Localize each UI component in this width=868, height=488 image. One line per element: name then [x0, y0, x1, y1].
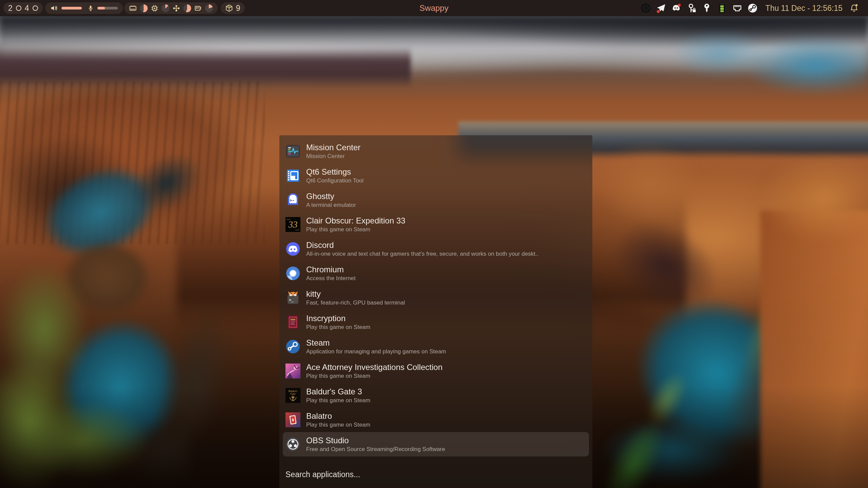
system-monitor-pill[interactable] — [124, 2, 218, 14]
usage-pie — [162, 4, 169, 12]
launcher-item-qt6-settings[interactable]: Qt6 Settings Qt6 Configuration Tool — [279, 163, 592, 188]
svg-text:>_: >_ — [289, 298, 294, 302]
app-name: Balatro — [306, 412, 370, 421]
app-description: A terminal emulator — [306, 202, 356, 209]
launcher-item-ghostty[interactable]: >- Ghostty A terminal emulator — [279, 188, 592, 212]
svg-text:>-: >- — [290, 198, 294, 203]
usage-pie — [140, 4, 148, 12]
updates-count: 9 — [236, 4, 240, 13]
launcher-item-ace-attorney-investigations-collection[interactable]: Ace Attorney Investigations Collection P… — [279, 359, 592, 383]
clair-obscur-icon: 33 — [285, 217, 300, 232]
memory-icon — [129, 4, 137, 12]
top-bar: 24 9 Swappy Thu 11 Dec - 12:56:15 — [0, 0, 868, 16]
speaker-icon — [50, 4, 58, 12]
microphone-icon — [88, 4, 94, 12]
chromium-icon — [285, 266, 300, 281]
app-description: Access the Internet — [306, 275, 356, 282]
qt6-settings-icon — [285, 168, 300, 183]
app-description: Play this game on Steam — [306, 422, 370, 428]
app-name: Mission Center — [306, 143, 361, 152]
launcher-item-chromium[interactable]: Chromium Access the Internet — [279, 261, 592, 286]
ghostty-icon: >- — [285, 193, 300, 208]
focused-window-title: Swappy — [420, 0, 448, 16]
launcher-item-inscryption[interactable]: Inscryption Play this game on Steam — [279, 310, 592, 334]
system-tray: Thu 11 Dec - 12:56:15 — [641, 0, 859, 16]
app-name: Baldur's Gate 3 — [306, 387, 370, 396]
cpu-icon — [151, 4, 159, 12]
application-launcher: Mission Center Mission Center Qt6 Settin… — [279, 135, 592, 488]
telegram-icon[interactable] — [656, 3, 666, 13]
svg-text:Gate: Gate — [290, 392, 296, 395]
app-name: Inscryption — [306, 314, 370, 323]
app-description: Qt6 Configuration Tool — [306, 177, 364, 184]
svg-text:33: 33 — [288, 219, 298, 230]
workspace-number[interactable]: 4 — [25, 2, 29, 14]
steam-app-icon — [285, 339, 300, 354]
launcher-item-discord[interactable]: Discord All-in-one voice and text chat f… — [279, 237, 592, 261]
mission-center-icon — [285, 144, 300, 159]
workspace-number[interactable]: 2 — [8, 2, 13, 14]
steelseries-icon[interactable] — [641, 3, 651, 13]
launcher-item-kitty[interactable]: >_ kitty Fast, feature-rich, GPU based t… — [279, 286, 592, 310]
baldurs-gate-3-icon: Baldur'sGate — [285, 388, 300, 403]
ace-attorney-icon — [285, 364, 300, 378]
keepassxc-icon[interactable] — [686, 3, 697, 13]
app-description: Play this game on Steam — [306, 397, 370, 404]
search-input[interactable]: Search applications... — [285, 470, 360, 479]
app-description: All-in-one voice and text chat for gamer… — [306, 251, 539, 257]
app-description: Free and Open Source Streaming/Recording… — [306, 446, 445, 453]
app-name: Steam — [306, 338, 446, 347]
discord-app-icon — [285, 241, 300, 256]
balatro-icon — [285, 412, 300, 427]
wallpaper-layer — [740, 142, 868, 254]
clock[interactable]: Thu 11 Dec - 12:56:15 — [765, 4, 843, 13]
steam-tray-icon[interactable] — [747, 3, 758, 13]
key-icon[interactable] — [702, 3, 712, 13]
application-list: Mission Center Mission Center Qt6 Settin… — [279, 139, 592, 456]
app-name: Ace Attorney Investigations Collection — [306, 363, 443, 372]
launcher-item-clair-obscur-expedition-33[interactable]: 33 Clair Obscur: Expedition 33 Play this… — [279, 212, 592, 237]
workspace-empty-icon[interactable] — [33, 5, 38, 11]
app-description: Application for managing and playing gam… — [306, 348, 446, 355]
launcher-item-steam[interactable]: Steam Application for managing and playi… — [279, 334, 592, 359]
gpu-icon — [172, 4, 180, 12]
obs-icon — [285, 437, 300, 452]
app-description: Play this game on Steam — [306, 373, 443, 379]
updates-pill[interactable]: 9 — [221, 2, 245, 14]
bell-icon[interactable] — [849, 3, 859, 13]
launcher-item-mission-center[interactable]: Mission Center Mission Center — [279, 139, 592, 163]
usage-pie — [205, 4, 213, 12]
usage-pie — [183, 4, 191, 12]
app-description: Mission Center — [306, 153, 361, 160]
kitty-icon: >_ — [285, 290, 300, 305]
app-name: Ghostty — [306, 192, 356, 201]
launcher-item-balatro[interactable]: Balatro Play this game on Steam — [279, 408, 592, 432]
workspace-empty-icon[interactable] — [16, 5, 21, 11]
battery-icon[interactable] — [717, 3, 727, 13]
app-name: Qt6 Settings — [306, 168, 364, 176]
inscryption-icon — [285, 315, 300, 330]
app-name: Clair Obscur: Expedition 33 — [306, 216, 405, 225]
discord-tray-icon[interactable] — [671, 3, 681, 13]
app-name: OBS Studio — [306, 436, 445, 445]
audio-pill — [45, 2, 123, 14]
wallpaper-layer — [630, 31, 868, 109]
card-icon — [194, 4, 202, 12]
launcher-item-baldur-s-gate-3[interactable]: Baldur'sGate Baldur's Gate 3 Play this g… — [279, 383, 592, 408]
package-icon — [225, 4, 233, 12]
app-description: Play this game on Steam — [306, 324, 370, 331]
app-name: Chromium — [306, 265, 356, 274]
app-description: Play this game on Steam — [306, 226, 405, 233]
ethernet-icon[interactable] — [732, 3, 742, 13]
volume-slider[interactable] — [61, 7, 82, 9]
app-description: Fast, feature-rich, GPU based terminal — [306, 299, 405, 306]
workspace-indicator[interactable]: 24 — [3, 2, 43, 14]
app-name: kitty — [306, 290, 405, 298]
launcher-item-obs-studio[interactable]: OBS Studio Free and Open Source Streamin… — [283, 432, 589, 456]
app-name: Discord — [306, 241, 539, 250]
mic-slider[interactable] — [97, 7, 118, 9]
